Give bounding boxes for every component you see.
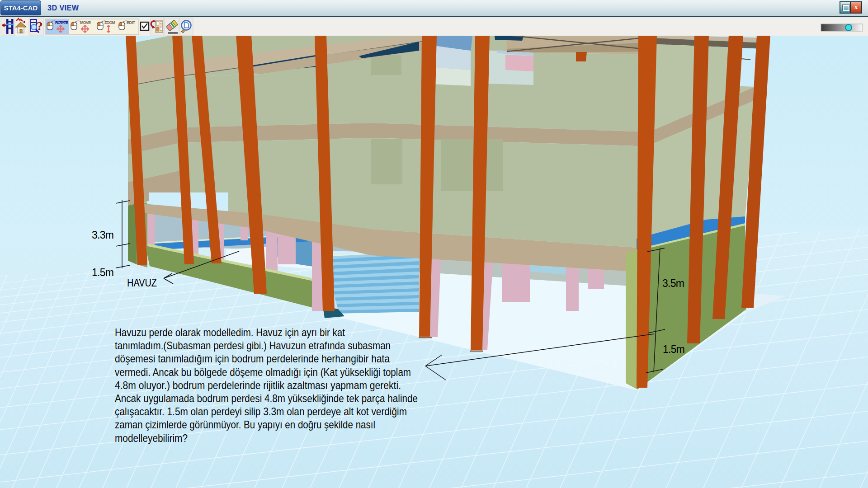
svg-text:tanımladım.(Subasman perdesi g: tanımladım.(Subasman perdesi gibi.) Havu… (115, 339, 391, 352)
svg-text:4.8m oluyor.) bodrum perdeleri: 4.8m oluyor.) bodrum perdelerinde rijitl… (115, 379, 401, 391)
svg-text:Ancak uygulamada bodrum perdes: Ancak uygulamada bodrum perdesi 4.8m yük… (115, 392, 418, 404)
svg-text:MOVE: MOVE (80, 20, 91, 25)
svg-text:çalışacaktır. 1.5m olan perdey: çalışacaktır. 1.5m olan perdeyi silip 3.… (115, 405, 407, 418)
svg-text:3.3m: 3.3m (92, 229, 114, 241)
svg-text:Havuzu perde olarak modelledim: Havuzu perde olarak modelledim. Havuz iç… (115, 326, 345, 338)
svg-text:1.5m: 1.5m (92, 267, 114, 278)
svg-text:HAVUZ: HAVUZ (127, 277, 157, 289)
svg-text:3.5m: 3.5m (662, 277, 684, 289)
svg-text:vermedi. Ancak bu bölgede döşe: vermedi. Ancak bu bölgede döşeme olmadığ… (115, 366, 411, 378)
svg-text:1.5m: 1.5m (663, 343, 685, 355)
svg-text:ZOOM: ZOOM (104, 20, 115, 25)
svg-text:zaman çizimlerde görünmüyor. B: zaman çizimlerde görünmüyor. Bu yapıyı e… (115, 418, 375, 431)
svg-text:ROTATE: ROTATE (55, 20, 68, 25)
svg-text:döşemesi tanımladığım için bod: döşemesi tanımladığım için bodrum perdel… (115, 352, 390, 365)
svg-text:modelleyebilirim?: modelleyebilirim? (115, 432, 188, 444)
svg-text:?: ? (37, 19, 43, 33)
svg-text:EDIT: EDIT (127, 20, 136, 25)
